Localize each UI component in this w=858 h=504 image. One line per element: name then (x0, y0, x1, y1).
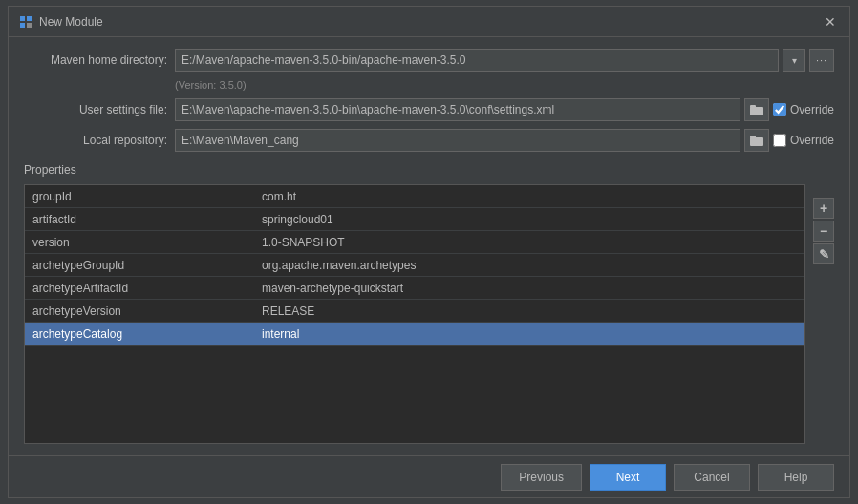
module-icon (18, 14, 33, 30)
repo-input-group: Override (175, 129, 834, 152)
repo-label: Local repository: (24, 134, 167, 147)
settings-label: User settings file: (24, 103, 167, 116)
table-row[interactable]: archetypeGroupId org.apache.maven.archet… (25, 254, 804, 277)
prop-value: com.ht (254, 190, 804, 203)
dialog-footer: Previous Next Cancel Help (9, 455, 849, 497)
table-row[interactable]: archetypeArtifactId maven-archetype-quic… (25, 277, 804, 300)
close-button[interactable]: ✕ (821, 12, 840, 32)
settings-override-label: Override (790, 103, 834, 116)
edit-property-button[interactable]: ✎ (813, 243, 834, 264)
maven-home-input[interactable] (175, 49, 779, 72)
maven-home-row: Maven home directory: ▾ ··· (24, 49, 834, 72)
title-bar-left: New Module (18, 14, 103, 30)
prop-key: archetypeArtifactId (25, 282, 254, 295)
properties-section-label: Properties (24, 163, 834, 177)
table-row[interactable]: groupId com.ht (25, 185, 804, 208)
new-module-dialog: New Module ✕ Maven home directory: ▾ ···… (8, 6, 850, 498)
cancel-button[interactable]: Cancel (674, 464, 750, 491)
settings-row: User settings file: Override (24, 98, 834, 121)
table-row[interactable]: archetypeVersion RELEASE (25, 300, 804, 323)
table-actions: + − ✎ (813, 198, 834, 264)
repo-override-label: Override (790, 134, 834, 147)
svg-rect-1 (27, 16, 32, 21)
table-row[interactable]: version 1.0-SNAPSHOT (25, 231, 804, 254)
repo-folder-btn[interactable] (744, 129, 769, 152)
prop-value: 1.0-SNAPSHOT (254, 236, 804, 249)
title-bar: New Module ✕ (9, 7, 849, 37)
prop-key: archetypeVersion (25, 304, 254, 318)
prop-key: groupId (25, 190, 254, 203)
version-note: (Version: 3.5.0) (175, 79, 834, 91)
maven-home-input-group: ▾ ··· (175, 49, 834, 72)
help-button[interactable]: Help (758, 464, 834, 491)
svg-rect-5 (750, 105, 756, 108)
maven-home-dropdown[interactable]: ▾ (783, 49, 805, 72)
dialog-content: Maven home directory: ▾ ··· (Version: 3.… (9, 37, 849, 455)
prop-value: RELEASE (254, 304, 804, 318)
table-row-selected[interactable]: archetypeCatalog internal (25, 323, 804, 346)
svg-rect-2 (20, 23, 25, 28)
prop-key: archetypeGroupId (25, 259, 254, 272)
prop-key: artifactId (25, 213, 254, 226)
prop-key: version (25, 236, 254, 249)
repo-override-checkbox[interactable] (773, 134, 786, 147)
svg-rect-7 (750, 136, 756, 138)
svg-rect-0 (20, 16, 25, 21)
properties-table: groupId com.ht artifactId springcloud01 … (24, 184, 805, 444)
dialog-title: New Module (39, 15, 103, 29)
prop-key: archetypeCatalog (25, 327, 254, 341)
svg-rect-6 (750, 137, 763, 146)
table-row[interactable]: artifactId springcloud01 (25, 208, 804, 231)
settings-override-checkbox[interactable] (773, 103, 786, 116)
prop-value: springcloud01 (254, 213, 804, 226)
settings-override-group: Override (773, 103, 834, 116)
previous-button[interactable]: Previous (501, 464, 582, 491)
prop-value: internal (254, 327, 804, 341)
maven-home-browse[interactable]: ··· (809, 49, 834, 72)
svg-rect-3 (27, 23, 32, 28)
settings-input[interactable] (175, 98, 740, 121)
remove-property-button[interactable]: − (813, 220, 834, 242)
add-property-button[interactable]: + (813, 198, 834, 219)
repo-row: Local repository: Override (24, 129, 834, 152)
prop-value: maven-archetype-quickstart (254, 282, 804, 295)
maven-home-label: Maven home directory: (24, 53, 167, 67)
settings-input-group: Override (175, 98, 834, 121)
settings-folder-btn[interactable] (744, 98, 769, 121)
repo-override-group: Override (773, 134, 834, 147)
next-button[interactable]: Next (590, 464, 666, 491)
repo-input[interactable] (175, 129, 740, 152)
prop-value: org.apache.maven.archetypes (254, 259, 804, 272)
svg-rect-4 (750, 107, 763, 116)
